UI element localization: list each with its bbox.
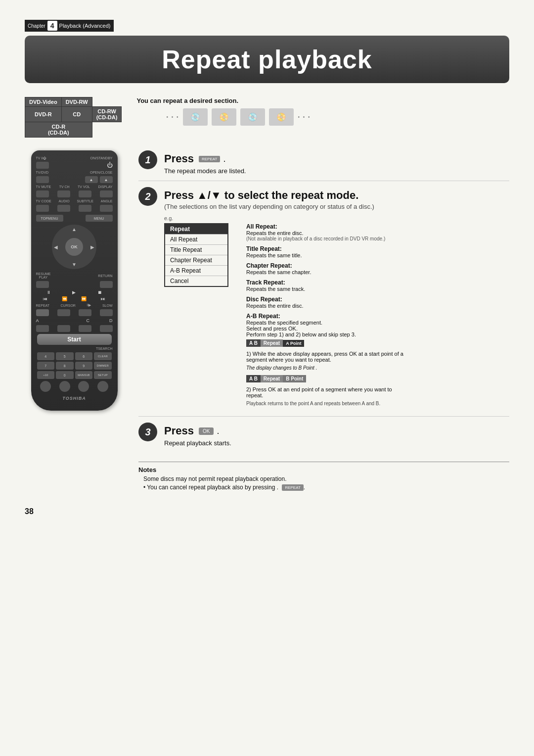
remote-slow-btn[interactable] bbox=[100, 309, 113, 316]
ab-bpoint-display: A B Repeat B Point bbox=[246, 375, 306, 382]
remote-up-btn[interactable]: ▲ bbox=[85, 176, 98, 183]
step-3-content: Press OK . Repeat playback starts. bbox=[164, 423, 509, 447]
remote-tv-power-btn[interactable] bbox=[36, 162, 49, 169]
remote-dpad-left[interactable]: ◀ bbox=[54, 244, 58, 250]
remote-play-btn[interactable]: ▶ bbox=[72, 290, 76, 295]
remote-round-btn-1[interactable] bbox=[40, 381, 51, 392]
remote-btn-5[interactable]: 5 bbox=[56, 352, 74, 360]
remote-repeat-btn[interactable] bbox=[36, 309, 49, 316]
desc-chapter-repeat: Chapter Repeat: Repeats the same chapter… bbox=[246, 262, 404, 275]
compat-cdrw: CD-RW(CD-DA) bbox=[92, 107, 122, 122]
remote-start-label[interactable]: Start bbox=[37, 334, 112, 345]
disc-icon-3: 💿 bbox=[240, 108, 265, 126]
remote-tvch-btn[interactable] bbox=[57, 190, 70, 197]
menu-item-title-repeat[interactable]: Title Repeat bbox=[165, 245, 227, 255]
remote-btn-8[interactable]: 8 bbox=[56, 362, 74, 370]
remote-rew-btn[interactable]: ⏪ bbox=[62, 296, 67, 301]
menu-item-chapter-repeat[interactable]: Chapter Repeat bbox=[165, 255, 227, 266]
remote-btn-4[interactable]: 4 bbox=[37, 352, 55, 360]
remote-dpad-down[interactable]: ▼ bbox=[72, 262, 77, 267]
menu-item-all-repeat[interactable]: All Repeat bbox=[165, 235, 227, 245]
remote-d-btn[interactable] bbox=[100, 325, 113, 332]
step-3-press: Press bbox=[164, 425, 194, 437]
remote-a-btn[interactable] bbox=[36, 325, 49, 332]
disc-icon-1: 💿 bbox=[183, 108, 208, 126]
menu-item-repeat[interactable]: Repeat bbox=[165, 224, 227, 235]
remote-subtitle-btn[interactable] bbox=[79, 205, 91, 212]
main-title-banner: Repeat playback bbox=[25, 36, 509, 83]
remote-column: TV I/⏻ ON/STANDBY ⏻ TV/DVD OPEN/CLOSE ▲ … bbox=[25, 150, 124, 411]
step-1: 1 Press REPEAT . The repeat modes are li… bbox=[138, 150, 509, 181]
remote-round-btn-4[interactable] bbox=[97, 381, 108, 392]
remote-control: TV I/⏻ ON/STANDBY ⏻ TV/DVD OPEN/CLOSE ▲ … bbox=[31, 150, 118, 411]
remote-open-btn[interactable]: ▲ bbox=[100, 176, 113, 183]
desc-title-repeat: Title Repeat: Repeats the same title. bbox=[246, 245, 404, 258]
compat-dvdrw: DVD-RW bbox=[61, 97, 92, 107]
chapter-header: Chapter 4 Playback (Advanced) bbox=[25, 20, 509, 32]
page-title: Repeat playback bbox=[44, 45, 490, 74]
remote-tvdvd-btn[interactable] bbox=[36, 176, 49, 183]
desc-track-repeat: Track Repeat: Repeats the same track. bbox=[246, 279, 404, 292]
remote-stepfwd-btn[interactable] bbox=[79, 309, 91, 316]
chapter-number: Chapter 4 Playback (Advanced) bbox=[25, 20, 114, 32]
desc-all-repeat: All Repeat: Repeats the entire disc. (No… bbox=[246, 223, 404, 241]
remote-return-btn[interactable] bbox=[100, 281, 113, 288]
menu-item-ab-repeat[interactable]: A-B Repeat bbox=[165, 266, 227, 276]
remote-dpad-up[interactable]: ▲ bbox=[72, 227, 77, 232]
remote-btn-9[interactable]: 9 bbox=[75, 362, 93, 370]
page-number: 38 bbox=[25, 507, 509, 516]
remote-btn-mainsub[interactable]: MAIN/SUB bbox=[75, 371, 93, 379]
menu-item-cancel[interactable]: Cancel bbox=[165, 276, 227, 286]
remote-btn-dimmer[interactable]: DIMMER bbox=[94, 362, 112, 370]
remote-tvvol-btn[interactable] bbox=[79, 190, 91, 197]
remote-tvcode-btn[interactable] bbox=[36, 205, 49, 212]
notes-section: Notes Some discs may not permit repeat p… bbox=[138, 462, 509, 491]
compat-cd: CD bbox=[61, 107, 92, 122]
remote-btn-7[interactable]: 7 bbox=[37, 362, 55, 370]
step-1-press: Press bbox=[164, 152, 194, 165]
remote-dpad-right[interactable]: ▶ bbox=[90, 244, 94, 250]
step-1-repeat-btn: REPEAT bbox=[199, 156, 220, 162]
remote-angle-btn[interactable] bbox=[100, 205, 113, 212]
step-3-ok-btn: OK bbox=[199, 427, 214, 435]
step-3-note: Repeat playback starts. bbox=[164, 439, 509, 447]
remote-menu-btn[interactable]: MENU bbox=[86, 215, 113, 222]
repeat-menu: Repeat All Repeat Title Repeat Chapter R… bbox=[164, 223, 228, 287]
remote-c-btn[interactable] bbox=[79, 325, 91, 332]
remote-round-btn-3[interactable] bbox=[78, 381, 89, 392]
ab-point-display: A B Repeat A Point bbox=[246, 339, 304, 347]
step-3: 3 Press OK . Repeat playback starts. bbox=[138, 423, 509, 453]
notes-item-1: Some discs may not permit repeat playbac… bbox=[143, 475, 509, 482]
remote-display-btn[interactable] bbox=[100, 190, 113, 197]
compat-cdr: CD-R(CD-DA) bbox=[25, 122, 92, 138]
remote-btn-plus10[interactable]: +10 bbox=[37, 371, 55, 379]
remote-ok-btn[interactable]: OK bbox=[65, 238, 83, 256]
main-layout: TV I/⏻ ON/STANDBY ⏻ TV/DVD OPEN/CLOSE ▲ … bbox=[25, 150, 509, 492]
brand-logo: TOSHIBA bbox=[36, 396, 113, 401]
remote-stop-btn[interactable]: ⏹ bbox=[97, 290, 102, 295]
remote-dpad: ▲ ▼ ◀ ▶ OK bbox=[52, 225, 96, 269]
remote-round-btn-2[interactable] bbox=[59, 381, 70, 392]
step-2: 2 Press ▲/▼ to select the repeat mode. (… bbox=[138, 187, 509, 417]
remote-prev-btn[interactable]: ⏮ bbox=[43, 296, 47, 301]
remote-fwd-btn[interactable]: ⏩ bbox=[81, 296, 87, 301]
remote-btn-setup[interactable]: SETUP bbox=[94, 371, 112, 379]
remote-transport: ⏸ ▶ ⏹ bbox=[36, 290, 113, 295]
disc-strip: • • • 💿 📀 💿 📀 • • • bbox=[166, 108, 509, 126]
compat-dvdr: DVD-R bbox=[25, 107, 62, 122]
step-2-content: Press ▲/▼ to select the repeat mode. (Th… bbox=[164, 187, 509, 410]
remote-pause-btn[interactable]: ⏸ bbox=[46, 290, 51, 295]
remote-resume-btn[interactable] bbox=[36, 281, 49, 288]
notes-title: Notes bbox=[138, 466, 509, 473]
remote-btn-0[interactable]: 0 bbox=[56, 371, 74, 379]
remote-audio-btn[interactable] bbox=[57, 205, 70, 212]
remote-btn-clear[interactable]: CLEAR bbox=[94, 352, 112, 360]
remote-cursor-btn[interactable] bbox=[57, 309, 70, 316]
remote-next-btn[interactable]: ⏭ bbox=[101, 296, 105, 301]
compat-table: DVD-Video DVD-RW DVD-R CD CD-RW(CD-DA) C… bbox=[25, 97, 122, 138]
remote-b-btn[interactable] bbox=[57, 325, 70, 332]
remote-tvmute-btn[interactable] bbox=[36, 190, 49, 197]
remote-btn-6[interactable]: 6 bbox=[75, 352, 93, 360]
remote-topmenu-btn[interactable]: TOPMENU bbox=[36, 215, 63, 222]
remote-numpad: 4 5 6 CLEAR 7 8 9 DIMMER +10 0 MAIN/SUB … bbox=[37, 352, 112, 379]
